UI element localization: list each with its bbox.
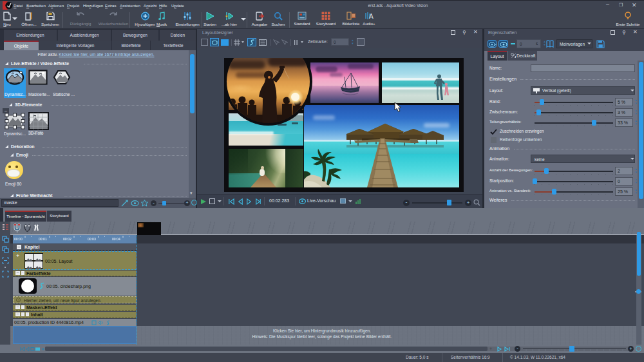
svg-text:A: A [369,13,374,20]
